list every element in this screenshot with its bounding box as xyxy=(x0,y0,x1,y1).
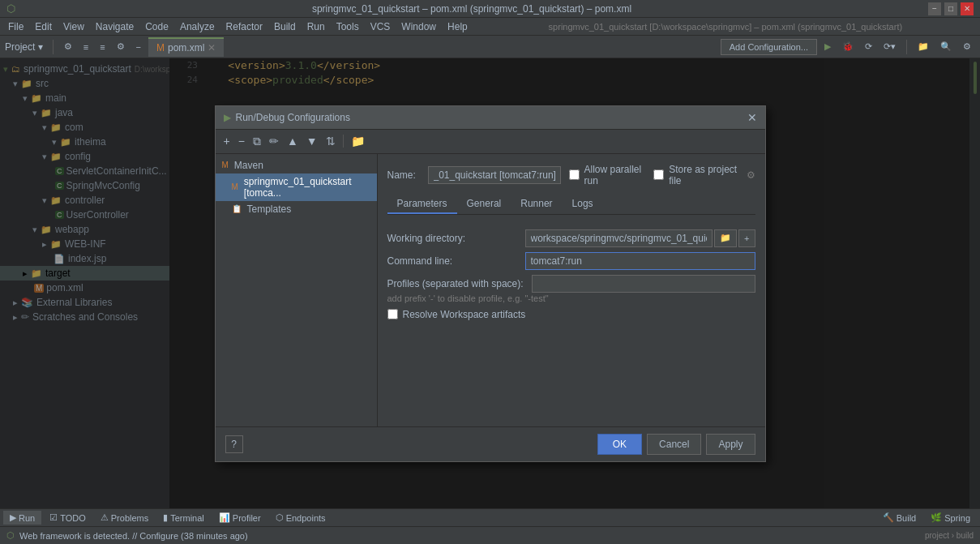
apply-button[interactable]: Apply xyxy=(706,434,755,455)
add-config-button[interactable]: Add Configuration... xyxy=(721,39,817,55)
menu-build[interactable]: Build xyxy=(269,19,301,34)
menu-bar: File Edit View Navigate Code Analyze Ref… xyxy=(0,18,980,36)
working-dir-row: Working directory: 📁 + xyxy=(387,229,755,247)
dialog-add-button[interactable]: + xyxy=(220,133,233,149)
menu-navigate[interactable]: Navigate xyxy=(91,19,139,34)
bottom-tab-run[interactable]: ▶ Run xyxy=(3,511,41,525)
toolbar-btn-5[interactable]: − xyxy=(132,40,145,54)
dialog-title: ▶ Run/Debug Configurations xyxy=(224,112,350,123)
toolbar: Project ▾ ⚙ ≡ ≡ ⚙ − M pom.xml ✕ Add Conf… xyxy=(0,36,980,58)
command-line-row: Command line: xyxy=(387,252,755,270)
toolbar-more-3[interactable]: 📁 xyxy=(914,39,933,54)
status-right-info: project › build xyxy=(925,531,974,540)
tab-parameters[interactable]: Parameters xyxy=(387,195,457,214)
help-button[interactable]: ? xyxy=(225,435,243,453)
resolve-workspace-checkbox[interactable] xyxy=(387,309,398,319)
main-layout: ▾ 🗂 springmvc_01_quickstart D:\workspace… xyxy=(0,58,980,508)
menu-code[interactable]: Code xyxy=(140,19,173,34)
profiles-hint: add prefix '-' to disable profile, e.g. … xyxy=(387,293,755,304)
active-tab[interactable]: M pom.xml ✕ xyxy=(148,37,224,57)
store-project-gear-icon: ⚙ xyxy=(747,169,755,181)
bottom-tab-problems[interactable]: ⚠ Problems xyxy=(94,511,155,525)
bottom-tab-build[interactable]: 🔨 Build xyxy=(876,511,922,525)
menu-vcs[interactable]: VCS xyxy=(366,19,396,34)
toolbar-more-1[interactable]: ⟳ xyxy=(861,39,876,54)
menu-view[interactable]: View xyxy=(58,19,89,34)
menu-tools[interactable]: Tools xyxy=(332,19,364,34)
toolbar-more-4[interactable]: 🔍 xyxy=(936,39,956,54)
working-dir-input[interactable] xyxy=(525,229,713,247)
bottom-tab-spring[interactable]: 🌿 Spring xyxy=(924,511,977,525)
allow-parallel-checkbox[interactable] xyxy=(569,169,580,180)
toolbar-btn-1[interactable]: ⚙ xyxy=(60,39,76,54)
ok-button[interactable]: OK xyxy=(597,434,642,455)
title-bar: ⬡ springmvc_01_quickstart – pom.xml (spr… xyxy=(0,0,980,18)
toolbar-btn-4[interactable]: ⚙ xyxy=(113,39,129,54)
tab-general[interactable]: General xyxy=(457,195,511,214)
bottom-tab-profiler[interactable]: 📊 Profiler xyxy=(212,511,267,525)
allow-parallel-label: Allow parallel run xyxy=(569,164,646,186)
menu-analyze[interactable]: Analyze xyxy=(175,19,220,34)
spring-tab-icon: 🌿 xyxy=(931,512,942,523)
toolbar-btn-3[interactable]: ≡ xyxy=(96,40,109,54)
menu-refactor[interactable]: Refactor xyxy=(221,19,267,34)
cancel-button[interactable]: Cancel xyxy=(647,434,701,455)
dialog-down-button[interactable]: ▼ xyxy=(303,133,321,149)
menu-file[interactable]: File xyxy=(3,19,28,34)
minimize-button[interactable]: − xyxy=(928,2,941,15)
toolbar-more-5[interactable]: ⚙ xyxy=(959,39,975,54)
profiles-input[interactable] xyxy=(532,275,755,293)
tree-templates[interactable]: 📋 Templates xyxy=(216,201,377,217)
config-spacer xyxy=(387,333,755,417)
profiles-label: Profiles (separated with space): xyxy=(387,278,524,289)
status-message: Web framework is detected. // Configure … xyxy=(19,531,248,541)
name-row: Name: Allow parallel run Store as projec… xyxy=(387,164,755,186)
dialog-folder-button[interactable]: 📁 xyxy=(348,133,368,149)
close-button[interactable]: ✕ xyxy=(961,2,974,15)
working-dir-field-group: 📁 + xyxy=(525,229,755,247)
command-line-label: Command line: xyxy=(387,255,517,267)
working-dir-label: Working directory: xyxy=(387,233,517,244)
dialog-toolbar: + − ⧉ ✏ ▲ ▼ ⇅ 📁 xyxy=(216,130,765,154)
toolbar-btn-2[interactable]: ≡ xyxy=(79,40,92,54)
menu-window[interactable]: Window xyxy=(396,19,441,34)
window-title: springmvc_01_quickstart – pom.xml (sprin… xyxy=(15,3,928,15)
bottom-tab-endpoints[interactable]: ⬡ Endpoints xyxy=(269,511,332,525)
todo-tab-icon: ☑ xyxy=(49,512,58,523)
tab-logs[interactable]: Logs xyxy=(563,195,603,214)
dialog-copy-button[interactable]: ⧉ xyxy=(250,133,264,150)
command-line-input[interactable] xyxy=(525,252,755,270)
dialog-edit-button[interactable]: ✏ xyxy=(266,133,282,149)
working-dir-browse-btn[interactable]: 📁 xyxy=(714,229,737,247)
bottom-tab-terminal[interactable]: ▮ Terminal xyxy=(156,511,211,525)
parameters-content: Working directory: 📁 + Command line: xyxy=(387,229,755,325)
dialog-title-bar: ▶ Run/Debug Configurations ✕ xyxy=(216,106,765,130)
store-project-checkbox[interactable] xyxy=(653,169,664,180)
tree-maven-config[interactable]: M springmvc_01_quickstart [tomca... xyxy=(216,173,377,201)
dialog-up-button[interactable]: ▲ xyxy=(284,133,302,149)
menu-help[interactable]: Help xyxy=(443,19,473,34)
maximize-button[interactable]: □ xyxy=(944,2,957,15)
profiler-tab-icon: 📊 xyxy=(219,512,230,523)
working-dir-macro-btn[interactable]: + xyxy=(738,229,755,247)
run-button[interactable]: ▶ xyxy=(820,39,835,54)
dialog-body: M Maven M springmvc_01_quickstart [tomca… xyxy=(216,154,765,426)
dialog-close-button[interactable]: ✕ xyxy=(747,111,757,124)
tab-runner[interactable]: Runner xyxy=(511,195,562,214)
profiles-row: Profiles (separated with space): xyxy=(387,275,755,293)
debug-button[interactable]: 🐞 xyxy=(838,39,858,54)
menu-run[interactable]: Run xyxy=(302,19,330,34)
bottom-tab-todo[interactable]: ☑ TODO xyxy=(43,511,92,525)
terminal-tab-icon: ▮ xyxy=(163,512,168,523)
tree-maven-group[interactable]: M Maven xyxy=(216,157,377,173)
dialog-remove-button[interactable]: − xyxy=(235,133,248,149)
run-debug-icon: ▶ xyxy=(224,112,231,123)
menu-edit[interactable]: Edit xyxy=(30,19,57,34)
project-label: Project ▾ xyxy=(5,41,43,53)
toolbar-more-2[interactable]: ⟳▾ xyxy=(879,39,900,54)
dialog-sort-button[interactable]: ⇅ xyxy=(323,133,339,149)
name-label: Name: xyxy=(387,169,420,181)
resolve-workspace-row: Resolve Workspace artifacts xyxy=(387,309,755,320)
name-input[interactable] xyxy=(428,166,561,184)
problems-tab-icon: ⚠ xyxy=(101,512,109,523)
